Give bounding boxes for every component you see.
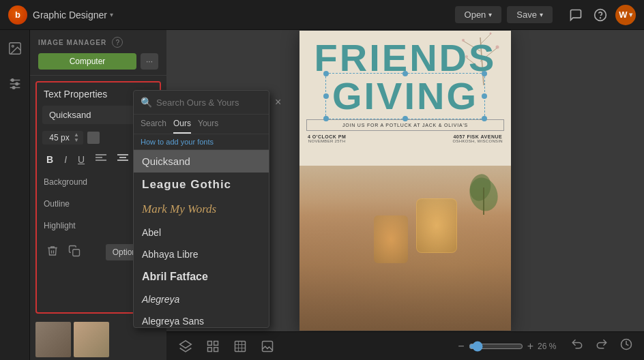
svg-rect-36 xyxy=(214,347,218,351)
font-search-input[interactable] xyxy=(156,97,271,108)
svg-rect-33 xyxy=(208,341,212,345)
computer-button[interactable]: Computer xyxy=(38,53,136,70)
card-location: OSHKOSH, WISCONSIN xyxy=(453,139,503,143)
copy-button[interactable] xyxy=(65,242,83,262)
save-chevron: ▾ xyxy=(540,11,543,18)
card-subtitle: JOIN US FOR A POTLUCK AT JACK & OLIVIA'S xyxy=(306,119,504,131)
undo-button[interactable] xyxy=(568,335,587,357)
history-button[interactable] xyxy=(617,335,636,357)
font-item-quicksand[interactable]: Quicksand xyxy=(134,150,269,172)
align-left-button[interactable] xyxy=(91,151,111,167)
font-list: Quicksand League Gothic Mark My Words Ab… xyxy=(134,150,269,327)
crop-button[interactable] xyxy=(229,337,251,356)
font-name-label: Quicksand xyxy=(49,110,91,120)
font-size-control[interactable]: ▲ ▼ xyxy=(42,131,83,145)
font-item-mark-my-words[interactable]: Mark My Words xyxy=(134,197,269,222)
sliders-icon-button[interactable] xyxy=(3,72,27,95)
card-details: 4 O'CLOCK PM NOVEMBER 25TH 4057 FISK AVE… xyxy=(299,132,511,145)
card-date: NOVEMBER 25TH xyxy=(308,139,346,143)
help-icon-button[interactable] xyxy=(591,5,610,25)
font-size-arrows: ▲ ▼ xyxy=(74,132,79,143)
open-chevron: ▾ xyxy=(488,11,492,18)
thumbnail-1[interactable] xyxy=(35,322,71,357)
svg-point-7 xyxy=(11,79,14,82)
font-item-alegreya-sans[interactable]: Alegreya Sans xyxy=(134,310,269,327)
main-area: IMAGE MANAGER ? Computer ··· Text Proper… xyxy=(0,30,644,360)
font-item-league-gothic[interactable]: League Gothic xyxy=(134,172,269,197)
app-logo: b xyxy=(8,5,27,25)
card-title-giving: GIVING xyxy=(328,77,482,115)
more-button[interactable]: ··· xyxy=(141,53,158,70)
add-fonts-link[interactable]: How to add your fonts xyxy=(134,134,269,150)
svg-point-3 xyxy=(12,45,14,47)
avatar-chevron: ▾ xyxy=(629,11,632,18)
layers-button[interactable] xyxy=(175,337,196,356)
zoom-minus-button[interactable]: − xyxy=(458,340,464,352)
bold-button[interactable]: B xyxy=(42,152,57,167)
app-name-chevron: ▾ xyxy=(110,11,113,18)
design-card[interactable]: FRIENDS GIVING xyxy=(299,31,511,331)
underline-button[interactable]: U xyxy=(74,152,89,167)
image-button[interactable] xyxy=(257,337,278,356)
trash-button[interactable] xyxy=(44,242,61,262)
highlight-label: Highlight xyxy=(44,221,76,230)
zoom-controls: − + 26 % xyxy=(458,340,562,352)
glass-1 xyxy=(416,198,457,253)
card-left-detail: 4 O'CLOCK PM NOVEMBER 25TH xyxy=(308,134,346,143)
font-tab-ours[interactable]: Ours xyxy=(173,115,191,134)
font-search-clear-button[interactable]: × xyxy=(275,96,281,108)
font-tabs: Search Ours Yours xyxy=(134,115,269,134)
font-size-down[interactable]: ▼ xyxy=(74,138,79,143)
greenery-svg xyxy=(467,174,501,215)
align-center-button[interactable] xyxy=(113,151,132,167)
font-item-abhaya-libre[interactable]: Abhaya Libre xyxy=(134,243,269,265)
card-time: 4 O'CLOCK PM xyxy=(308,134,346,139)
avatar[interactable]: W ▾ xyxy=(615,5,636,25)
grid-button[interactable] xyxy=(202,337,224,356)
logo-letter: b xyxy=(15,10,20,20)
topbar: b Graphic Designer ▾ Open ▾ Save ▾ W ▾ xyxy=(0,0,644,30)
card-title-giving-wrap: GIVING xyxy=(328,77,482,115)
avatar-letter: W xyxy=(619,10,627,20)
left-sidebar xyxy=(0,30,30,360)
text-properties-title: Text Properties xyxy=(44,89,107,100)
font-dropdown: 🔍 × Search Ours Yours How to add your fo… xyxy=(133,90,269,328)
outline-label: Outline xyxy=(44,199,70,209)
image-manager-buttons: Computer ··· xyxy=(38,53,158,70)
font-tab-yours[interactable]: Yours xyxy=(198,115,218,134)
card-address: 4057 FISK AVENUE xyxy=(453,134,503,139)
card-photo xyxy=(299,166,511,331)
font-size-input[interactable] xyxy=(46,133,72,142)
card-title-friends: FRIENDS xyxy=(314,39,497,77)
svg-marker-32 xyxy=(180,340,192,348)
zoom-slider[interactable] xyxy=(469,341,523,352)
image-icon-button[interactable] xyxy=(3,37,27,60)
italic-button[interactable]: I xyxy=(60,152,71,167)
card-right-detail: 4057 FISK AVENUE OSHKOSH, WISCONSIN xyxy=(453,134,503,143)
glass-2 xyxy=(374,215,408,263)
save-button[interactable]: Save ▾ xyxy=(507,6,553,23)
chat-icon-button[interactable] xyxy=(566,5,585,25)
svg-point-1 xyxy=(600,17,601,18)
handle-mr xyxy=(482,93,487,99)
redo-button[interactable] xyxy=(592,335,611,357)
thumbnail-2[interactable] xyxy=(74,322,109,357)
bottom-toolbar: − + 26 % xyxy=(166,331,644,360)
open-button[interactable]: Open ▾ xyxy=(455,6,502,23)
background-label: Background xyxy=(44,177,87,187)
proportional-checkbox[interactable] xyxy=(87,132,100,144)
svg-rect-37 xyxy=(235,341,246,351)
zoom-level-label: 26 % xyxy=(538,342,562,351)
font-item-abel[interactable]: Abel xyxy=(134,222,269,243)
app-name-button[interactable]: Graphic Designer ▾ xyxy=(33,10,113,20)
image-manager-help-button[interactable]: ? xyxy=(112,37,123,48)
svg-point-9 xyxy=(12,87,15,89)
svg-rect-35 xyxy=(208,347,212,351)
font-item-abril-fatface[interactable]: Abril Fatface xyxy=(134,265,269,288)
font-item-alegreya[interactable]: Alegreya xyxy=(134,288,269,310)
app-name-label: Graphic Designer xyxy=(33,10,107,20)
zoom-plus-button[interactable]: + xyxy=(527,340,533,352)
font-tab-search[interactable]: Search xyxy=(141,115,166,134)
card-top: FRIENDS GIVING xyxy=(299,31,511,175)
svg-point-8 xyxy=(15,82,18,85)
